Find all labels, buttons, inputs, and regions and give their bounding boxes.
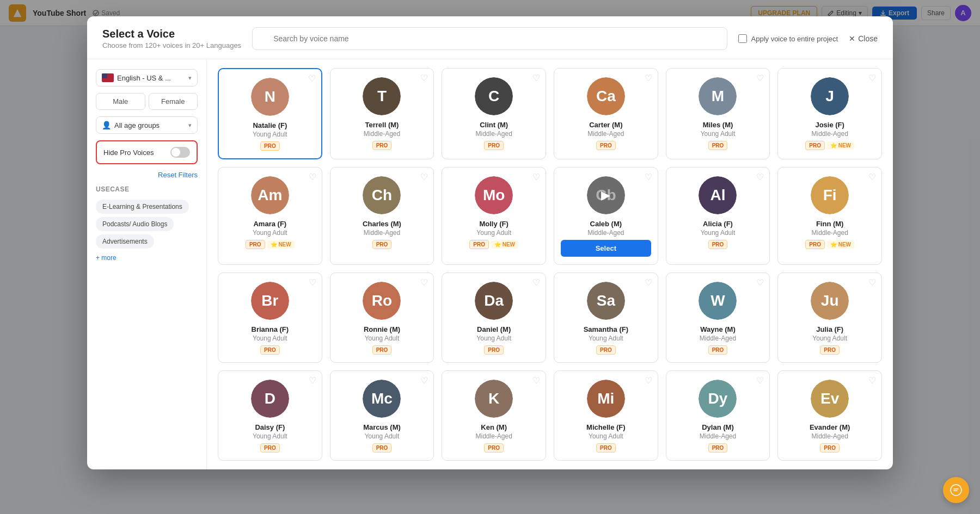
female-filter-button[interactable]: Female (149, 93, 198, 110)
voice-avatar-img: N (251, 78, 289, 116)
voice-card-10[interactable]: ♡ Cb ▶ Caleb (M) Middle-Aged Select (554, 167, 658, 265)
favorite-button[interactable]: ♡ (420, 376, 428, 385)
favorite-button[interactable]: ♡ (532, 278, 540, 287)
favorite-button[interactable]: ♡ (308, 75, 316, 83)
pro-badge: PRO (372, 240, 392, 249)
voice-sidebar: English - US & ... ▾ Male Female 👤 All a… (87, 59, 207, 469)
age-group-selector[interactable]: 👤 All age groups ▾ (96, 116, 198, 134)
favorite-button[interactable]: ♡ (420, 173, 428, 182)
new-badge: ⭐ NEW (827, 240, 854, 249)
favorite-button[interactable]: ♡ (645, 376, 652, 385)
favorite-button[interactable]: ♡ (756, 376, 764, 385)
voice-card-6[interactable]: ♡ J Josie (F) Middle-Aged PRO⭐ NEW (777, 68, 882, 159)
age-chevron-icon: ▾ (188, 122, 192, 129)
hide-pro-voices-container: Hide Pro Voices (96, 140, 198, 164)
voice-avatar: Ev (811, 380, 849, 418)
voice-card-18[interactable]: ♡ Ju Julia (F) Young Adult PRO (777, 273, 882, 363)
select-voice-button[interactable]: Select (561, 240, 651, 257)
favorite-button[interactable]: ♡ (532, 173, 540, 182)
favorite-button[interactable]: ♡ (756, 173, 764, 182)
voice-name: Alicia (F) (703, 220, 733, 228)
favorite-button[interactable]: ♡ (868, 74, 876, 83)
pro-badge: PRO (596, 443, 616, 453)
more-usecase-button[interactable]: + more (96, 252, 198, 264)
pro-badge: PRO (260, 141, 280, 151)
favorite-button[interactable]: ♡ (420, 278, 428, 287)
voice-card-4[interactable]: ♡ Ca Carter (M) Middle-Aged PRO (554, 68, 658, 159)
voice-name: Miles (M) (703, 121, 733, 129)
pro-badge: PRO (820, 443, 840, 453)
voice-card-3[interactable]: ♡ C Clint (M) Middle-Aged PRO (442, 68, 546, 159)
favorite-button[interactable]: ♡ (868, 278, 876, 287)
voice-card-14[interactable]: ♡ Ro Ronnie (M) Young Adult PRO (330, 273, 434, 363)
close-button[interactable]: ✕ Close (849, 34, 878, 43)
voice-avatar: C (475, 77, 513, 115)
pro-badge: PRO (372, 141, 392, 150)
favorite-button[interactable]: ♡ (645, 74, 652, 83)
apply-voice-label[interactable]: Apply voice to entire project (738, 34, 838, 43)
modal-header: Select a Voice Choose from 120+ voices i… (87, 16, 893, 59)
hide-pro-toggle[interactable] (170, 147, 190, 158)
voice-card-16[interactable]: ♡ Sa Samantha (F) Young Adult PRO (554, 273, 658, 363)
voice-card-12[interactable]: ♡ Fi Finn (M) Middle-Aged PRO⭐ NEW (777, 167, 882, 265)
voice-card-1[interactable]: ♡ N Natalie (F) Young Adult PRO (218, 68, 322, 159)
usecase-tag-ads[interactable]: Advertisements (96, 234, 154, 249)
pro-badge: PRO (246, 240, 265, 249)
voice-card-15[interactable]: ♡ Da Daniel (M) Young Adult PRO (442, 273, 546, 363)
voice-card-13[interactable]: ♡ Br Brianna (F) Young Adult PRO (218, 273, 322, 363)
favorite-button[interactable]: ♡ (756, 278, 764, 287)
voice-avatar: Ca (587, 77, 625, 115)
male-filter-button[interactable]: Male (96, 93, 145, 110)
usecase-tag-elearning[interactable]: E-Learning & Presentations (96, 200, 189, 214)
favorite-button[interactable]: ♡ (756, 74, 764, 83)
favorite-button[interactable]: ♡ (309, 173, 316, 182)
voice-avatar-img: Fi (811, 176, 849, 214)
search-input[interactable] (252, 27, 727, 50)
voice-card-21[interactable]: ♡ K Ken (M) Middle-Aged PRO (442, 370, 546, 461)
voice-avatar-img: Mc (363, 380, 401, 418)
voice-card-5[interactable]: ♡ M Miles (M) Young Adult PRO (666, 68, 770, 159)
chat-support-button[interactable] (943, 477, 969, 503)
modal-subtitle: Choose from 120+ voices in 20+ Languages (102, 41, 241, 49)
voice-card-23[interactable]: ♡ Dy Dylan (M) Middle-Aged PRO (666, 370, 770, 461)
favorite-button[interactable]: ♡ (309, 376, 316, 385)
favorite-button[interactable]: ♡ (532, 74, 540, 83)
voice-card-9[interactable]: ♡ Mo Molly (F) Young Adult PRO⭐ NEW (442, 167, 546, 265)
favorite-button[interactable]: ♡ (532, 376, 540, 385)
voice-age: Young Adult (253, 335, 287, 342)
voice-avatar-img: K (475, 380, 513, 418)
new-badge: ⭐ NEW (827, 141, 854, 150)
voice-card-7[interactable]: ♡ Am Amara (F) Young Adult PRO⭐ NEW (218, 167, 322, 265)
pro-badge: PRO (260, 345, 280, 355)
favorite-button[interactable]: ♡ (868, 173, 876, 182)
favorite-button[interactable]: ♡ (645, 173, 652, 182)
usecase-tag-podcasts[interactable]: Podcasts/ Audio Blogs (96, 217, 174, 231)
pro-badge: PRO (805, 240, 825, 249)
voice-card-19[interactable]: ♡ D Daisy (F) Young Adult PRO (218, 370, 322, 461)
pro-badge: PRO (484, 345, 504, 355)
voice-card-2[interactable]: ♡ T Terrell (M) Middle-Aged PRO (330, 68, 434, 159)
voice-card-11[interactable]: ♡ Al Alicia (F) Young Adult PRO (666, 167, 770, 265)
voice-card-24[interactable]: ♡ Ev Evander (M) Middle-Aged PRO (777, 370, 882, 461)
favorite-button[interactable]: ♡ (420, 74, 428, 83)
voice-avatar: N (251, 78, 289, 116)
favorite-button[interactable]: ♡ (868, 376, 876, 385)
apply-voice-checkbox[interactable] (738, 34, 747, 43)
voice-avatar-img: Ch (363, 176, 401, 214)
voice-badges: PRO⭐ NEW (469, 240, 518, 249)
voice-name: Caleb (M) (590, 220, 622, 228)
voice-age: Middle-Aged (364, 130, 400, 138)
voice-card-22[interactable]: ♡ Mi Michelle (F) Young Adult PRO (554, 370, 658, 461)
voice-badges: PRO (708, 345, 728, 355)
reset-filters-button[interactable]: Reset Filters (96, 171, 198, 179)
voice-avatar: Mc (363, 380, 401, 418)
favorite-button[interactable]: ♡ (309, 278, 316, 287)
voice-badges: PRO (820, 345, 840, 355)
voice-card-17[interactable]: ♡ W Wayne (M) Middle-Aged PRO (666, 273, 770, 363)
voice-card-8[interactable]: ♡ Ch Charles (M) Middle-Aged PRO (330, 167, 434, 265)
language-selector[interactable]: English - US & ... ▾ (96, 69, 198, 86)
favorite-button[interactable]: ♡ (645, 278, 652, 287)
voice-avatar-img: W (699, 282, 737, 320)
voice-age: Middle-Aged (811, 229, 848, 237)
voice-card-20[interactable]: ♡ Mc Marcus (M) Young Adult PRO (330, 370, 434, 461)
